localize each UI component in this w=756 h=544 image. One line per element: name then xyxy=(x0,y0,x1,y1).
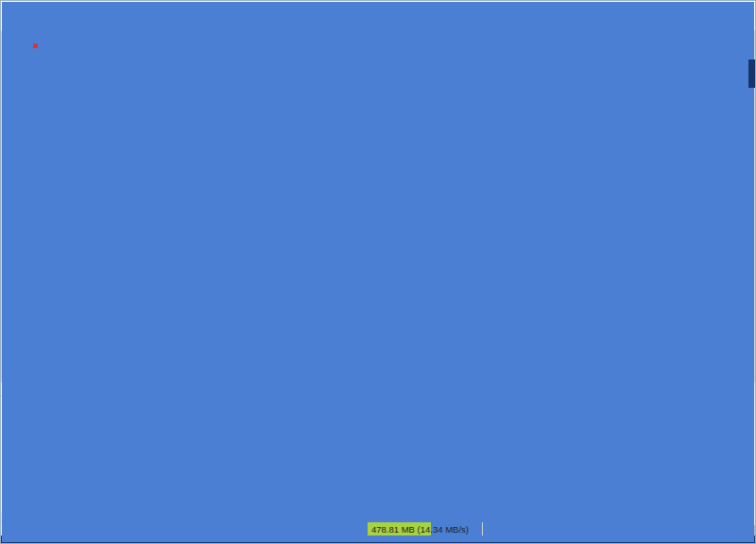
flashfxp-window: FlashFXP 14.34 MB/s 01:01 36% 美人鱼HD1280高… xyxy=(0,0,756,544)
queue-item-row[interactable]: ↓/sda1/美人鱼HD1280高清国语中字首发.MP4 D:\美人鱼HD128… xyxy=(1,397,375,408)
bottom-section: 名称 目标 大小 备注 ↓/sda1/美人鱼HD1280高清国语中字首发.MP4… xyxy=(1,382,755,521)
transfer-progress: 478.81 MB (14.34 MB/s) xyxy=(368,522,483,536)
queue-pane: 名称 目标 大小 备注 ↓/sda1/美人鱼HD1280高清国语中字首发.MP4… xyxy=(1,382,376,521)
media-icon xyxy=(9,398,20,406)
queue-item-name: ↓/sda1/美人鱼HD1280高清国语中字首发.MP4 xyxy=(1,397,167,408)
progress-text: 478.81 MB (14.34 MB/s) xyxy=(368,524,472,535)
queue-list: ↓/sda1/美人鱼HD1280高清国语中字首发.MP4 D:\美人鱼HD128… xyxy=(1,397,375,513)
desktop-background xyxy=(748,60,755,88)
